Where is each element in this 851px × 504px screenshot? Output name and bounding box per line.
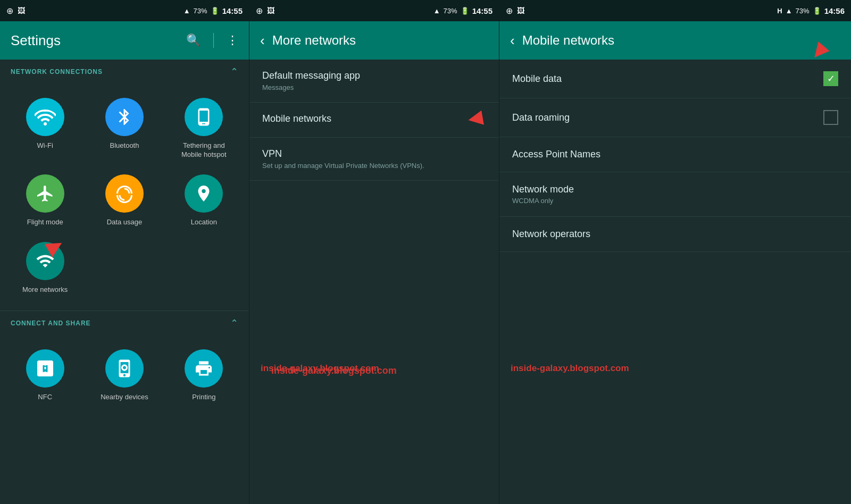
data-roaming-checkbox[interactable] [823, 110, 838, 125]
network-operators-item[interactable]: Network operators [499, 217, 851, 252]
network-mode-title: Network mode [512, 184, 574, 195]
nearby-icon [115, 359, 134, 378]
nfc-icon [36, 359, 55, 378]
connect-section-header: CONNECT AND SHARE ⌃ [0, 311, 249, 333]
datausage-icon [115, 184, 134, 203]
nearby-item[interactable]: Nearby devices [85, 342, 164, 409]
menu-icon[interactable]: ⋮ [227, 33, 238, 47]
battery-icon-2: 🔋 [461, 7, 469, 15]
nfc-item[interactable]: NFC [5, 342, 85, 409]
mobile-data-checkbox[interactable]: ✓ [823, 71, 838, 86]
signal-icon-1: ▲ [183, 7, 190, 15]
network-mode-subtitle: WCDMA only [512, 197, 574, 205]
image-icon: 🖼 [18, 6, 25, 15]
status-right-3: H ▲ 73% 🔋 14:56 [777, 6, 845, 15]
time-3: 14:56 [824, 6, 845, 15]
vpn-title: VPN [262, 148, 486, 159]
header-divider [213, 33, 214, 48]
more-networks-header: ‹ More networks [249, 21, 499, 60]
printing-item[interactable]: Printing [164, 342, 244, 409]
time-2: 14:55 [472, 6, 493, 15]
location-item[interactable]: Location [164, 167, 244, 234]
battery-pct-1: 73% [194, 7, 207, 15]
panel-mobile-networks: ⊕ 🖼 H ▲ 73% 🔋 14:56 ‹ Mobile networks Mo… [499, 0, 851, 504]
mobile-networks-title: Mobile networks [522, 33, 614, 48]
panel-settings: ⊕ 🖼 ▲ 73% 🔋 14:55 Settings 🔍 ⋮ NETWORK C… [0, 0, 249, 504]
connect-chevron[interactable]: ⌃ [230, 317, 238, 329]
location-icon [194, 184, 213, 203]
network-chevron[interactable]: ⌃ [230, 66, 238, 78]
morenetworks-icon [36, 251, 55, 271]
wifi-icon [35, 106, 56, 128]
back-button-2[interactable]: ‹ [260, 32, 265, 49]
settings-title: Settings [11, 32, 61, 49]
header-icons: 🔍 ⋮ [186, 33, 238, 48]
datausage-icon-circle [105, 174, 144, 213]
nfc-label: NFC [38, 393, 52, 402]
nearby-icon-circle [105, 349, 144, 388]
network-section-label: NETWORK CONNECTIONS [11, 68, 103, 75]
status-bar-1: ⊕ 🖼 ▲ 73% 🔋 14:55 [0, 0, 249, 21]
datausage-item[interactable]: Data usage [85, 167, 164, 234]
bluetooth-label: Bluetooth [110, 141, 139, 150]
back-button-3[interactable]: ‹ [510, 32, 515, 49]
nearby-label: Nearby devices [101, 393, 148, 402]
default-messaging-title: Default messaging app [262, 70, 486, 81]
location-icon-circle [185, 174, 223, 213]
status-left-2: ⊕ 🖼 [256, 6, 274, 16]
printing-icon-circle [185, 349, 223, 388]
signal-icon-3: ▲ [786, 7, 792, 15]
vpn-subtitle: Set up and manage Virtual Private Networ… [262, 162, 486, 170]
more-networks-menu: Default messaging app Messages Mobile ne… [249, 60, 499, 181]
morenetworks-item[interactable]: More networks [5, 234, 85, 302]
mobile-networks-header: ‹ Mobile networks [499, 21, 851, 60]
image-icon-2: 🖼 [267, 6, 274, 15]
app-root: ⊕ 🖼 ▲ 73% 🔋 14:55 Settings 🔍 ⋮ NETWORK C… [0, 0, 851, 504]
mobile-data-text: Mobile data [512, 73, 562, 85]
battery-pct-2: 73% [444, 7, 457, 15]
usb-icon-2: ⊕ [256, 6, 263, 16]
datausage-label: Data usage [107, 218, 143, 227]
vpn-item[interactable]: VPN Set up and manage Virtual Private Ne… [249, 138, 499, 181]
network-operators-title: Network operators [512, 229, 590, 240]
data-roaming-item[interactable]: Data roaming [499, 98, 851, 137]
mobile-networks-item[interactable]: Mobile networks ▶ [249, 103, 499, 138]
access-point-text: Access Point Names [512, 149, 600, 160]
nfc-icon-circle [26, 349, 64, 388]
morenetworks-icon-circle [26, 242, 64, 280]
bluetooth-icon-circle [105, 98, 144, 136]
status-right-2: ▲ 73% 🔋 14:55 [433, 6, 493, 15]
default-messaging-item[interactable]: Default messaging app Messages [249, 60, 499, 103]
printing-icon [194, 359, 213, 378]
bluetooth-icon [115, 107, 134, 127]
flight-icon [36, 184, 55, 203]
flight-item[interactable]: Flight mode [5, 167, 85, 234]
battery-icon-3: 🔋 [813, 7, 821, 15]
tethering-icon-circle [185, 98, 223, 136]
status-left-3: ⊕ 🖼 [506, 6, 524, 16]
wifi-item[interactable]: Wi-Fi [5, 90, 85, 167]
data-roaming-text: Data roaming [512, 112, 570, 123]
search-icon[interactable]: 🔍 [186, 33, 201, 47]
tethering-item[interactable]: Tethering and Mobile hotspot [164, 90, 244, 167]
printing-label: Printing [192, 393, 215, 402]
status-bar-2: ⊕ 🖼 ▲ 73% 🔋 14:55 [249, 0, 499, 21]
time-1: 14:55 [222, 6, 243, 15]
network-mode-item[interactable]: Network mode WCDMA only [499, 172, 851, 217]
mobile-networks-title: Mobile networks [262, 113, 486, 124]
panel-more-networks: ⊕ 🖼 ▲ 73% 🔋 14:55 ‹ More networks Defaul… [249, 0, 499, 504]
mobile-data-item[interactable]: Mobile data ✓ ▶ [499, 60, 851, 98]
access-point-item[interactable]: Access Point Names [499, 137, 851, 172]
access-point-title: Access Point Names [512, 149, 600, 160]
image-icon-3: 🖼 [517, 6, 524, 15]
connect-section-label: CONNECT AND SHARE [11, 320, 91, 327]
flight-icon-circle [26, 174, 64, 213]
usb-icon-3: ⊕ [506, 6, 513, 16]
bluetooth-item[interactable]: Bluetooth [85, 90, 164, 167]
status-bar-3: ⊕ 🖼 H ▲ 73% 🔋 14:56 [499, 0, 851, 21]
more-networks-title: More networks [272, 33, 356, 48]
network-operators-text: Network operators [512, 229, 590, 240]
network-section-header: NETWORK CONNECTIONS ⌃ [0, 60, 249, 82]
signal-icon-2: ▲ [433, 7, 440, 15]
usb-icon: ⊕ [6, 6, 13, 16]
